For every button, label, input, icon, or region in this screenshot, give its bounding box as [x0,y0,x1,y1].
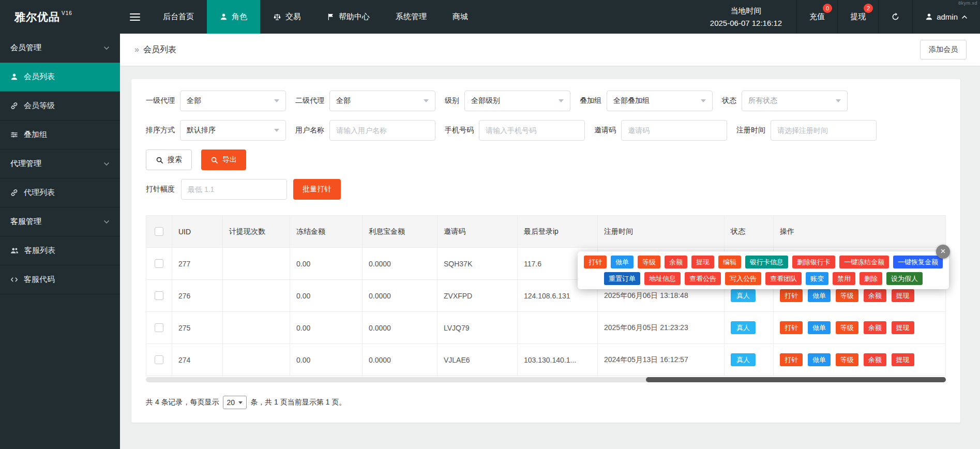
action-balance-button[interactable]: 余额 [864,353,886,366]
popup-inject-button[interactable]: 打针 [584,256,607,268]
reg-time-cell: 2024年05月13日 16:12:57 [598,344,725,376]
action-level-button[interactable]: 等级 [836,289,858,302]
action-balance-button[interactable]: 余额 [864,321,886,334]
member-list-card: 一级代理 全部 二级代理 全部 级别 全部级别 叠加组 全部叠加组 状态 所有状… [131,79,960,423]
sidebar-item-overlay-group[interactable]: 叠加组 [0,121,120,149]
filter-label: 注册时间 [736,126,765,135]
popup-order-button[interactable]: 做单 [611,256,634,268]
action-order-button[interactable]: 做单 [808,321,831,334]
nav-item-system[interactable]: 系统管理 [383,0,440,34]
close-icon[interactable]: × [936,245,950,259]
search-button[interactable]: 搜索 [146,149,192,170]
popup-write-notice-button[interactable]: 写入公告 [725,272,761,285]
popup-edit-button[interactable]: 编辑 [718,256,741,268]
row-checkbox[interactable] [155,291,163,300]
filter-row-2: 排序方式 默认排序 用户名称 手机号码 邀请码 注册时间 [146,120,946,141]
popup-restore-amount-button[interactable]: 一键恢复金额 [893,256,943,268]
refresh-button[interactable] [878,0,912,34]
action-withdraw-button[interactable]: 提现 [892,289,914,302]
sidebar-group-support-mgmt[interactable]: 客服管理 [0,207,120,236]
navbar-right: 当地时间 2025-06-07 12:16:12 充值 0 提现 2 admin [696,0,980,34]
username-input[interactable] [329,120,435,141]
action-inject-button[interactable]: 打针 [780,353,803,366]
sidebar-item-agent-list[interactable]: 代理列表 [0,178,120,207]
action-inject-button[interactable]: 打针 [780,321,803,334]
popup-withdraw-button[interactable]: 提现 [691,256,714,268]
popup-account-change-button[interactable]: 账变 [806,272,828,285]
action-level-button[interactable]: 等级 [836,353,858,366]
popup-disable-button[interactable]: 禁用 [833,272,855,285]
popup-bankcard-info-button[interactable]: 银行卡信息 [745,256,788,268]
action-level-button[interactable]: 等级 [836,321,858,334]
popup-view-team-button[interactable]: 查看团队 [765,272,802,285]
chevron-up-icon [961,15,968,19]
popup-delete-button[interactable]: 删除 [860,272,882,285]
sidebar-item-member-list[interactable]: 会员列表 [0,63,120,92]
popup-balance-button[interactable]: 余额 [665,256,687,268]
batch-inject-button[interactable]: 批量打针 [293,179,341,200]
overlay-group-select[interactable]: 全部叠加组 [607,91,713,111]
export-button[interactable]: 导出 [201,149,246,170]
page-size-select[interactable]: 20 [223,396,247,409]
action-order-button[interactable]: 做单 [808,353,831,366]
withdraw-button[interactable]: 提现 2 [837,0,878,34]
action-withdraw-button[interactable]: 提现 [892,353,914,366]
popup-set-fake-button[interactable]: 设为假人 [886,272,923,285]
row-checkbox[interactable] [155,323,163,332]
invite-code-input[interactable] [621,120,727,141]
main-nav: 后台首页 角色 交易 帮助中心 系统管理 商城 [150,0,481,34]
action-withdraw-button[interactable]: 提现 [892,321,914,334]
recharge-button[interactable]: 充值 0 [796,0,837,34]
select-all-checkbox[interactable] [155,227,163,236]
chevron-down-icon [274,99,279,102]
inject-range-input[interactable] [181,179,287,200]
sidebar-group-member-mgmt[interactable]: 会员管理 [0,34,120,63]
nav-item-roles[interactable]: 角色 [207,0,260,34]
interest-cell: 0.0000 [363,248,438,280]
action-balance-button[interactable]: 余额 [864,289,886,302]
app-logo[interactable]: 雅尔优品V16 [0,0,120,34]
reg-time-input[interactable] [771,120,877,141]
actions-cell: 打针 做单 等级 余额 提现 [774,344,946,376]
row-checkbox[interactable] [155,259,163,268]
top-navbar: 雅尔优品V16 后台首页 角色 交易 帮助中心 系统管理 商城 当地时间 202… [0,0,980,34]
popup-reset-orders-button[interactable]: 重置订单 [604,272,640,285]
popup-view-notice-button[interactable]: 查看公告 [685,272,721,285]
nav-item-label: 后台首页 [163,12,194,22]
sidebar-item-support-code[interactable]: 客服代码 [0,265,120,294]
phone-input[interactable] [479,120,585,141]
popup-row-2: 重置订单 地址信息 查看公告 写入公告 查看团队 账变 禁用 删除 设为假人 [584,272,943,285]
agent2-select[interactable]: 全部 [329,91,435,111]
status-select[interactable]: 所有状态 [742,91,848,111]
sort-select[interactable]: 默认排序 [180,120,286,141]
action-order-button[interactable]: 做单 [808,289,831,302]
filter-sort: 排序方式 默认排序 [146,120,286,141]
filter-row-1: 一级代理 全部 二级代理 全部 级别 全部级别 叠加组 全部叠加组 状态 所有状… [146,91,946,111]
add-member-button[interactable]: 添加会员 [920,40,967,59]
level-select[interactable]: 全部级别 [464,91,570,111]
action-inject-button[interactable]: 打针 [780,289,803,302]
horizontal-scrollbar[interactable] [146,377,946,382]
row-checkbox[interactable] [155,355,163,364]
popup-freeze-amount-button[interactable]: 一键冻结金额 [839,256,889,268]
popup-delete-bankcard-button[interactable]: 删除银行卡 [792,256,835,268]
popup-level-button[interactable]: 等级 [638,256,660,268]
popup-address-info-button[interactable]: 地址信息 [644,272,681,285]
sidebar-item-support-list[interactable]: 客服列表 [0,236,120,265]
scale-icon [273,13,281,21]
column-header-status: 状态 [725,216,774,248]
app-logo-text: 雅尔优品 [14,10,60,24]
sidebar-item-member-level[interactable]: 会员等级 [0,92,120,121]
horizontal-scrollbar-thumb[interactable] [646,377,946,382]
column-header-last-ip: 最后登录ip [518,216,598,248]
nav-item-dashboard[interactable]: 后台首页 [150,0,207,34]
sidebar-toggle-button[interactable] [120,0,150,34]
popup-row-1: 打针 做单 等级 余额 提现 编辑 银行卡信息 删除银行卡 一键冻结金额 一键恢… [584,256,943,268]
nav-item-help-center[interactable]: 帮助中心 [314,0,383,34]
link-icon [10,102,18,110]
sidebar: 会员管理 会员列表 会员等级 叠加组 代理管理 代理列表 客服管理 客服列表 客… [0,34,120,449]
nav-item-mall[interactable]: 商城 [440,0,481,34]
sidebar-group-agent-mgmt[interactable]: 代理管理 [0,149,120,178]
agent1-select[interactable]: 全部 [180,91,286,111]
nav-item-trade[interactable]: 交易 [260,0,314,34]
